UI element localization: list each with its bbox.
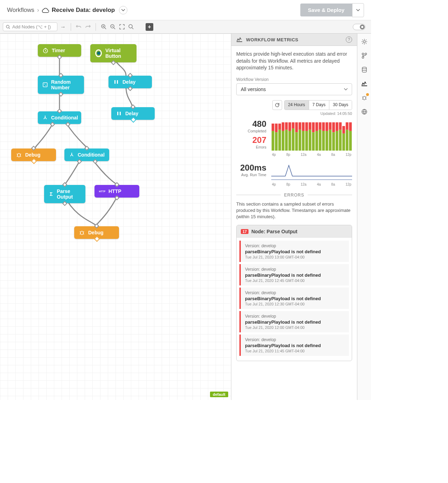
svg-rect-46 (326, 131, 328, 151)
node-delay-1[interactable]: Delay (108, 76, 152, 88)
node-http[interactable]: HTTP HTTP (94, 185, 139, 198)
range-30-days[interactable]: 30 Days (329, 101, 352, 110)
virtual-button-icon (95, 49, 102, 57)
svg-rect-54 (339, 130, 342, 151)
svg-rect-33 (302, 122, 305, 131)
node-label: Debug (25, 152, 41, 158)
fit-screen-button[interactable] (118, 23, 125, 30)
svg-rect-29 (295, 122, 298, 132)
version-value: All versions (241, 87, 266, 92)
svg-rect-49 (329, 122, 332, 130)
svg-rect-52 (336, 131, 338, 151)
workflow-canvas[interactable]: Timer Virtual Button Random Number Delay… (0, 34, 231, 400)
zoom-in-icon (101, 24, 106, 29)
svg-point-3 (129, 25, 132, 28)
svg-point-6 (44, 84, 45, 84)
svg-rect-10 (117, 112, 118, 115)
node-label: Delay (122, 79, 135, 85)
node-debug-1[interactable]: Debug (11, 149, 56, 161)
zoom-in-button[interactable] (100, 23, 107, 30)
node-parse-output[interactable]: Σ Parse Output (44, 185, 85, 203)
svg-rect-43 (319, 122, 322, 130)
version-select[interactable]: All versions (236, 83, 352, 95)
chart-icon (361, 81, 368, 86)
error-item[interactable]: Version: developparseBinaryPlayload is n… (239, 264, 349, 285)
error-item[interactable]: Version: developparseBinaryPlayload is n… (239, 241, 349, 262)
svg-rect-61 (349, 122, 352, 131)
node-label: Delay (125, 111, 138, 116)
chevron-down-icon (344, 88, 348, 90)
node-timer[interactable]: Timer (38, 44, 81, 57)
svg-point-12 (18, 153, 20, 157)
svg-point-0 (6, 25, 9, 28)
svg-rect-37 (309, 122, 312, 130)
error-group-header[interactable]: 17 Node: Parse Output (237, 225, 352, 238)
add-button[interactable]: + (146, 23, 153, 31)
error-count-badge: 17 (241, 229, 248, 234)
help-button[interactable]: ? (346, 36, 352, 43)
title-dropdown[interactable] (119, 6, 127, 14)
metrics-tab[interactable] (360, 80, 368, 88)
error-timestamp: Tue Jul 21, 2020 11:45 GMT-04:00 (245, 349, 345, 353)
svg-rect-25 (288, 122, 291, 131)
storage-tab[interactable] (360, 66, 368, 74)
expand-icon (119, 24, 125, 29)
svg-rect-26 (292, 129, 295, 151)
svg-rect-34 (305, 131, 308, 151)
save-deploy-dropdown[interactable] (352, 3, 364, 17)
git-branch-icon (362, 53, 367, 59)
save-deploy-button[interactable]: Save & Deploy (300, 4, 352, 16)
error-item[interactable]: Version: developparseBinaryPlayload is n… (239, 288, 349, 309)
svg-rect-60 (349, 131, 352, 151)
errors-section-description: This section contains a sampled subset o… (236, 201, 352, 220)
settings-tab[interactable] (360, 38, 368, 46)
node-random-number[interactable]: Random Number (38, 76, 84, 94)
breadcrumb-separator: › (37, 7, 39, 14)
svg-rect-36 (309, 130, 312, 151)
error-item[interactable]: Version: developparseBinaryPlayload is n… (239, 311, 349, 332)
error-message: parseBinaryPlayload is not defined (245, 296, 345, 301)
svg-rect-40 (315, 131, 318, 151)
arrow-right-icon[interactable]: → (59, 23, 66, 30)
node-debug-2[interactable]: Debug (74, 226, 119, 239)
node-delay-2[interactable]: Delay (111, 107, 155, 120)
refresh-button[interactable] (272, 100, 282, 110)
versions-tab[interactable] (360, 52, 368, 60)
range-24-hours[interactable]: 24 Hours (285, 101, 309, 110)
timer-icon (43, 48, 48, 53)
node-label: Parse Output (57, 188, 80, 200)
redo-button[interactable] (84, 23, 91, 30)
debug-toggle[interactable] (353, 24, 365, 30)
error-message: parseBinaryPlayload is not defined (245, 319, 345, 325)
errors-value: 207 (236, 135, 266, 145)
debug-tab[interactable] (360, 94, 368, 102)
svg-rect-47 (326, 122, 328, 131)
error-item[interactable]: Version: developparseBinaryPlayload is n… (239, 334, 349, 356)
svg-point-13 (80, 231, 83, 235)
undo-button[interactable] (75, 23, 82, 30)
canvas-edges (0, 34, 231, 400)
globe-tab[interactable] (360, 108, 368, 116)
svg-rect-30 (299, 130, 301, 151)
svg-rect-59 (346, 122, 349, 130)
pause-icon (116, 111, 122, 116)
svg-rect-28 (295, 132, 298, 151)
updated-timestamp: Updated: 14:05:50 (236, 111, 352, 116)
node-conditional-2[interactable]: Conditional (64, 149, 109, 161)
zoom-out-button[interactable] (109, 23, 116, 30)
node-virtual-button[interactable]: Virtual Button (90, 44, 136, 62)
add-nodes-placeholder: Add Nodes (⌥ + [) (12, 24, 51, 29)
add-nodes-input[interactable]: Add Nodes (⌥ + [) (3, 22, 57, 31)
svg-rect-57 (342, 126, 345, 133)
error-version: Version: develop (245, 290, 345, 295)
error-timestamp: Tue Jul 21, 2020 13:00 GMT-04:00 (245, 255, 345, 259)
error-version: Version: develop (245, 243, 345, 248)
svg-point-65 (362, 57, 364, 58)
svg-point-64 (362, 53, 364, 55)
svg-rect-48 (329, 130, 332, 151)
range-7-days[interactable]: 7 Days (309, 101, 329, 110)
node-conditional-1[interactable]: Conditional (38, 111, 81, 124)
error-timestamp: Tue Jul 21, 2020 12:45 GMT-04:00 (245, 278, 345, 283)
breadcrumb-root[interactable]: Workflows (7, 7, 34, 14)
zoom-reset-button[interactable] (127, 23, 134, 30)
